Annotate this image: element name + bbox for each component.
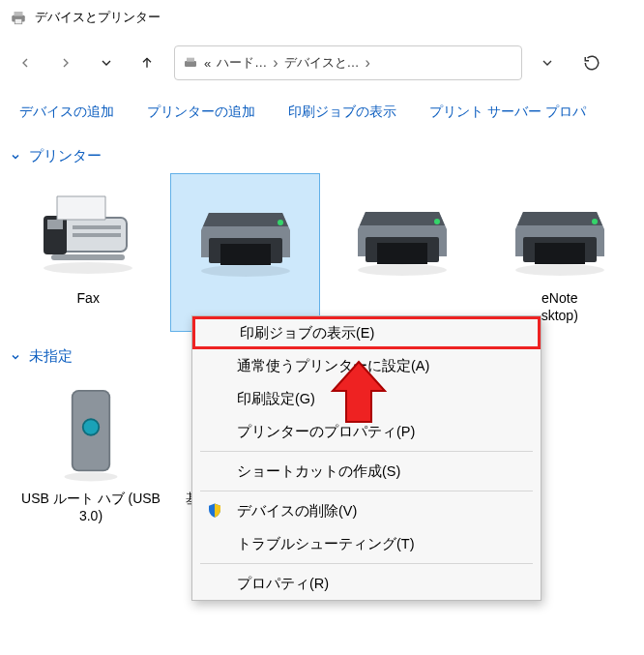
chevron-right-icon[interactable]: › — [366, 54, 370, 72]
titlebar: デバイスとプリンター — [0, 0, 644, 35]
up-button[interactable] — [130, 45, 164, 80]
fax-icon — [30, 179, 146, 285]
breadcrumb-seg-2[interactable]: デバイスと… — [284, 54, 360, 72]
command-toolbar: デバイスの追加 プリンターの追加 印刷ジョブの表示 プリント サーバー プロパ — [0, 91, 644, 134]
svg-point-22 — [592, 219, 598, 224]
group-title: 未指定 — [29, 347, 73, 366]
device-item-fax[interactable]: Fax — [14, 173, 162, 332]
breadcrumb-prefix: « — [204, 56, 211, 71]
devices-printers-icon — [183, 55, 198, 71]
menu-create-shortcut[interactable]: ショートカットの作成(S) — [192, 455, 541, 488]
menu-properties[interactable]: プロパティ(R) — [192, 567, 541, 600]
svg-rect-2 — [15, 19, 22, 24]
chevron-down-icon — [10, 151, 21, 163]
device-item-printer-selected[interactable] — [170, 173, 320, 332]
device-label: Fax — [77, 285, 100, 326]
cmd-add-printer[interactable]: プリンターの追加 — [147, 104, 255, 121]
group-title: プリンター — [29, 147, 102, 165]
menu-show-print-jobs[interactable]: 印刷ジョブの表示(E) — [192, 316, 541, 349]
printer-grid: Fax — [10, 173, 634, 332]
svg-rect-21 — [535, 243, 585, 264]
svg-rect-4 — [187, 58, 194, 62]
svg-rect-1 — [15, 12, 23, 16]
device-item-usb-hub[interactable]: USB ルート ハブ (USB 3.0) — [14, 373, 168, 530]
svg-rect-10 — [51, 254, 125, 260]
svg-rect-8 — [73, 225, 121, 229]
cmd-server-props[interactable]: プリント サーバー プロパ — [429, 104, 586, 121]
chevron-down-icon — [10, 351, 21, 363]
svg-point-15 — [201, 265, 290, 277]
search-button[interactable] — [617, 45, 636, 80]
breadcrumb-seg-1[interactable]: ハード… — [217, 54, 267, 72]
refresh-button[interactable] — [572, 45, 611, 80]
back-button[interactable] — [8, 45, 43, 80]
forward-button[interactable] — [48, 45, 83, 80]
shield-icon — [206, 502, 223, 520]
menu-separator — [200, 491, 533, 491]
menu-set-default-printer[interactable]: 通常使うプリンターに設定(A) — [192, 349, 541, 382]
printer-icon — [344, 179, 460, 285]
svg-rect-13 — [220, 244, 271, 265]
context-menu: 印刷ジョブの表示(E) 通常使うプリンターに設定(A) 印刷設定(G) プリンタ… — [191, 315, 542, 601]
history-dropdown[interactable] — [89, 45, 124, 80]
group-header-printer[interactable]: プリンター — [10, 139, 634, 173]
svg-rect-9 — [73, 233, 121, 237]
device-item-printer[interactable] — [328, 173, 477, 332]
device-label: USB ルート ハブ (USB 3.0) — [17, 486, 164, 526]
svg-rect-17 — [377, 243, 427, 264]
svg-point-18 — [434, 219, 440, 224]
menu-printing-preferences[interactable]: 印刷設定(G) — [192, 382, 541, 415]
svg-rect-7 — [47, 220, 63, 229]
svg-rect-3 — [185, 61, 196, 67]
navbar: « ハード… › デバイスと… › — [0, 35, 644, 91]
svg-point-29 — [65, 472, 118, 481]
svg-point-23 — [515, 264, 604, 276]
chevron-right-icon[interactable]: › — [273, 54, 278, 72]
menu-troubleshoot[interactable]: トラブルシューティング(T) — [192, 527, 541, 560]
menu-separator — [200, 451, 533, 452]
printer-icon — [502, 179, 618, 285]
menu-delete-device[interactable]: デバイスの削除(V) — [192, 494, 541, 527]
cmd-add-device[interactable]: デバイスの追加 — [19, 104, 114, 121]
device-item-onenote[interactable]: eNotesktop) — [485, 173, 634, 332]
window-title: デバイスとプリンター — [35, 9, 161, 26]
address-breadcrumb[interactable]: « ハード… › デバイスと… › — [174, 45, 522, 80]
svg-point-19 — [358, 264, 447, 276]
device-label: eNotesktop) — [542, 285, 578, 326]
drive-icon — [33, 379, 149, 486]
address-dropdown[interactable] — [528, 45, 567, 80]
svg-point-11 — [44, 262, 132, 274]
svg-point-14 — [278, 220, 283, 225]
cmd-show-jobs[interactable]: 印刷ジョブの表示 — [288, 104, 396, 121]
menu-printer-properties[interactable]: プリンターのプロパティ(P) — [192, 415, 541, 448]
printer-icon — [188, 180, 304, 286]
menu-separator — [200, 563, 533, 564]
devices-printers-icon — [10, 9, 27, 26]
